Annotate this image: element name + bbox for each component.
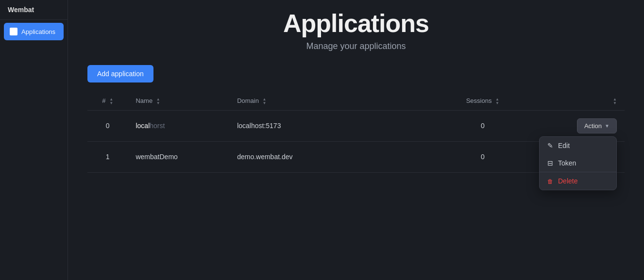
row-0-num: 0 [87,110,128,141]
row-0-sessions: 0 [432,110,533,141]
sidebar-item-applications[interactable]: Applications [4,23,64,40]
table-header-row: # ▲▼ Name ▲▼ Domain ▲▼ Sessions ▲▼ [87,92,625,110]
sort-icon-sessions: ▲▼ [495,98,499,105]
applications-table-container: # ▲▼ Name ▲▼ Domain ▲▼ Sessions ▲▼ [87,92,625,270]
brand-name: Wembat [0,0,68,20]
sidebar-item-label: Applications [21,28,55,35]
table-row: 0 localhorst localhost:5173 0 Action ▼ [87,110,625,141]
col-header-num: # ▲▼ [87,92,128,110]
row-0-name: localhorst [128,110,229,141]
grid-icon [10,28,17,35]
row-0-domain: localhost:5173 [229,110,432,141]
action-button-row-0[interactable]: Action ▼ [577,118,617,133]
edit-icon [547,142,553,149]
applications-table: # ▲▼ Name ▲▼ Domain ▲▼ Sessions ▲▼ [87,92,625,173]
sort-icon-name: ▲▼ [156,98,160,105]
page-subtitle: Manage your applications [87,41,625,51]
row-1-sessions: 0 [432,141,533,172]
sort-icon-action: ▲▼ [613,98,617,105]
page-header: Applications Manage your applications [87,10,625,51]
toolbar: Add application [87,65,625,82]
row-1-domain: demo.wembat.dev [229,141,432,172]
add-application-button[interactable]: Add application [87,65,153,82]
sort-icon-num: ▲▼ [109,98,113,105]
page-title: Applications [87,10,625,37]
row-1-num: 1 [87,141,128,172]
col-header-name: Name ▲▼ [128,92,229,110]
sidebar: Wembat Applications [0,0,68,280]
row-0-action-cell: Action ▼ Edit Token [533,110,625,141]
delete-icon [547,177,553,185]
dropdown-item-edit[interactable]: Edit [540,137,616,154]
col-header-domain: Domain ▲▼ [229,92,432,110]
chevron-down-icon: ▼ [605,123,610,129]
main-content: Applications Manage your applications Ad… [68,0,644,280]
action-dropdown-menu: Edit Token Delete [539,136,617,190]
col-header-sessions: Sessions ▲▼ [432,92,533,110]
col-header-action: ▲▼ [533,92,625,110]
sort-icon-domain: ▲▼ [263,98,267,105]
dropdown-item-delete[interactable]: Delete [540,172,616,190]
dropdown-item-token[interactable]: Token [540,154,616,172]
token-icon [547,159,553,167]
row-1-name: wembatDemo [128,141,229,172]
